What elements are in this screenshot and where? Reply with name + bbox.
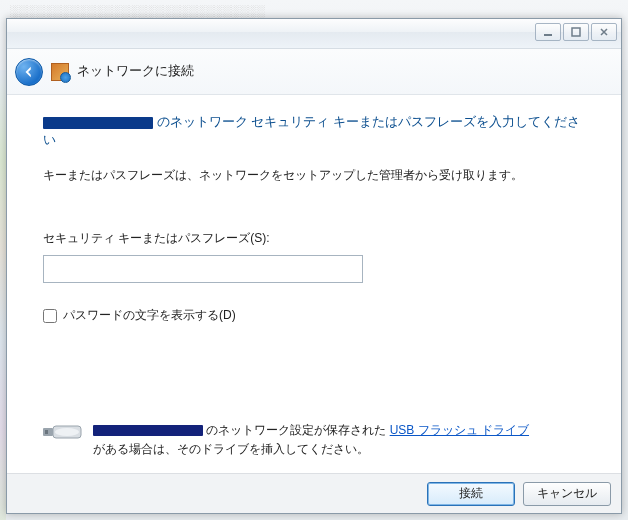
maximize-button[interactable]	[563, 23, 589, 41]
redacted-ssid	[43, 117, 153, 129]
connect-network-dialog: ネットワークに接続 のネットワーク セキュリティ キーまたはパスフレーズを入力し…	[6, 18, 622, 514]
usb-drive-icon	[43, 423, 83, 441]
dialog-content: のネットワーク セキュリティ キーまたはパスフレーズを入力してください キーまた…	[7, 95, 621, 473]
instruction-heading: のネットワーク セキュリティ キーまたはパスフレーズを入力してください	[43, 113, 585, 149]
dialog-footer: 接続 キャンセル	[7, 473, 621, 513]
usb-text-before: のネットワーク設定が保存された	[203, 423, 390, 437]
passphrase-label: セキュリティ キーまたはパスフレーズ(S):	[43, 230, 585, 247]
redacted-ssid-2	[93, 425, 203, 436]
show-characters-row[interactable]: パスワードの文字を表示する(D)	[43, 307, 585, 324]
dialog-title: ネットワークに接続	[77, 63, 194, 80]
close-button[interactable]	[591, 23, 617, 41]
passphrase-input[interactable]	[43, 255, 363, 283]
show-characters-checkbox[interactable]	[43, 309, 57, 323]
cancel-button[interactable]: キャンセル	[523, 482, 611, 506]
dialog-header: ネットワークに接続	[7, 49, 621, 95]
show-characters-label: パスワードの文字を表示する(D)	[63, 307, 236, 324]
window-titlebar	[7, 19, 621, 49]
usb-text-after: がある場合は、そのドライブを挿入してください。	[93, 442, 369, 456]
svg-rect-0	[544, 34, 552, 36]
usb-hint-text: のネットワーク設定が保存された USB フラッシュ ドライブがある場合は、そのド…	[93, 421, 529, 459]
back-button[interactable]	[15, 58, 43, 86]
svg-point-5	[55, 428, 79, 436]
network-icon	[51, 63, 69, 81]
connect-button[interactable]: 接続	[427, 482, 515, 506]
instruction-subtext: キーまたはパスフレーズは、ネットワークをセットアップした管理者から受け取ります。	[43, 167, 585, 184]
minimize-button[interactable]	[535, 23, 561, 41]
svg-rect-3	[45, 430, 48, 434]
usb-hint-block: のネットワーク設定が保存された USB フラッシュ ドライブがある場合は、そのド…	[43, 421, 585, 459]
usb-flash-drive-link[interactable]: USB フラッシュ ドライブ	[390, 423, 529, 437]
svg-rect-1	[572, 28, 580, 36]
